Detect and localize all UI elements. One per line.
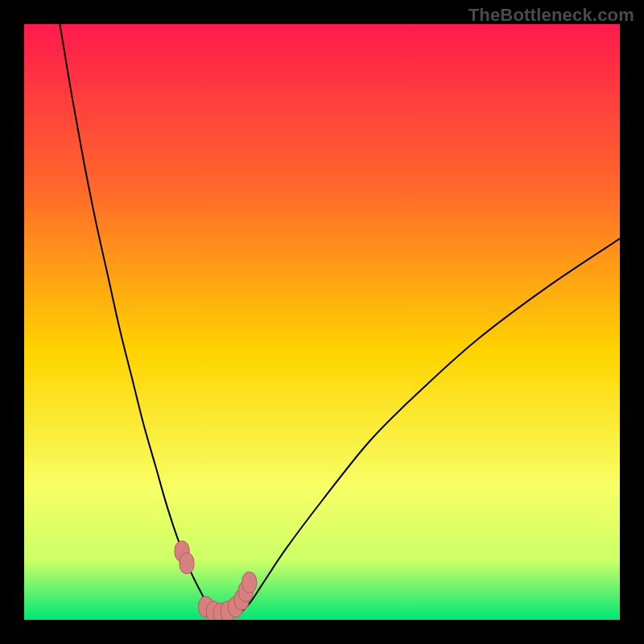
marker-point bbox=[180, 553, 194, 574]
plot-area bbox=[24, 24, 620, 620]
marker-point bbox=[242, 572, 257, 592]
chart-frame: TheBottleneck.com bbox=[0, 0, 644, 644]
bottleneck-chart bbox=[24, 24, 620, 620]
watermark-text: TheBottleneck.com bbox=[469, 5, 634, 26]
gradient-background bbox=[24, 24, 620, 620]
